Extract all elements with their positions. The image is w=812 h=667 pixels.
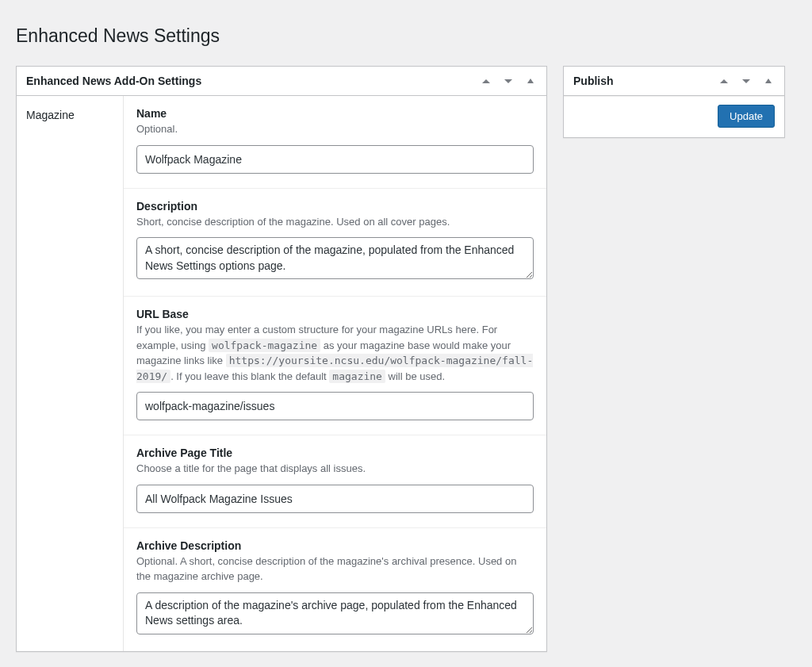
field-description-help: Short, concise description of the magazi… xyxy=(136,214,534,230)
name-input[interactable] xyxy=(136,145,534,174)
toggle-chevron-up-icon xyxy=(527,79,534,83)
publish-move-down-button[interactable] xyxy=(735,67,757,95)
settings-postbox-header: Enhanced News Add-On Settings xyxy=(17,67,546,96)
page-title: Enhanced News Settings xyxy=(16,18,796,50)
publish-actions: Update xyxy=(564,96,784,137)
publish-postbox-header: Publish xyxy=(564,67,784,96)
field-url-base: URL Base If you like, you may enter a cu… xyxy=(124,297,546,435)
toggle-panel-button[interactable] xyxy=(519,67,542,95)
move-up-button[interactable] xyxy=(475,67,497,95)
update-button[interactable]: Update xyxy=(718,105,775,128)
publish-postbox: Publish Update xyxy=(563,66,785,138)
publish-toggle-panel-button[interactable] xyxy=(757,67,779,95)
settings-wrap: Enhanced News Settings Enhanced News Add… xyxy=(0,2,812,667)
settings-tabs-sidebar: Magazine xyxy=(17,96,124,651)
chevron-down-icon xyxy=(504,79,512,83)
field-name: Name Optional. xyxy=(124,96,546,189)
settings-postbox: Enhanced News Add-On Settings xyxy=(16,66,547,652)
publish-postbox-handles xyxy=(713,67,784,95)
field-description-label: Description xyxy=(136,200,534,213)
code-example-slug: wolfpack-magazine xyxy=(209,339,320,352)
description-textarea[interactable] xyxy=(136,237,534,279)
settings-fields: Name Optional. Description Short, concis… xyxy=(124,96,546,651)
code-default-slug: magazine xyxy=(329,370,385,383)
field-url-base-label: URL Base xyxy=(136,308,534,320)
tab-magazine[interactable]: Magazine xyxy=(17,104,123,126)
chevron-up-icon xyxy=(720,79,728,83)
field-url-base-help: If you like, you may enter a custom stru… xyxy=(136,322,534,384)
publish-postbox-title: Publish xyxy=(564,67,713,95)
archive-description-textarea[interactable] xyxy=(136,592,534,634)
url-base-input[interactable] xyxy=(136,392,534,420)
toggle-chevron-up-icon xyxy=(765,79,772,83)
field-archive-title: Archive Page Title Choose a title for th… xyxy=(124,435,546,528)
archive-title-input[interactable] xyxy=(136,485,534,513)
field-archive-title-help: Choose a title for the page that display… xyxy=(136,461,534,477)
field-archive-description-help: Optional. A short, concise description o… xyxy=(136,554,534,585)
move-down-button[interactable] xyxy=(497,67,519,95)
field-archive-description-label: Archive Description xyxy=(136,539,534,552)
chevron-down-icon xyxy=(742,79,750,83)
settings-postbox-handles xyxy=(475,67,546,95)
field-name-help: Optional. xyxy=(136,121,534,137)
field-description: Description Short, concise description o… xyxy=(124,189,546,297)
chevron-up-icon xyxy=(482,79,490,83)
publish-move-up-button[interactable] xyxy=(713,67,735,95)
field-archive-description: Archive Description Optional. A short, c… xyxy=(124,528,546,651)
settings-postbox-title: Enhanced News Add-On Settings xyxy=(17,67,475,95)
field-archive-title-label: Archive Page Title xyxy=(136,447,534,459)
field-name-label: Name xyxy=(136,107,534,120)
